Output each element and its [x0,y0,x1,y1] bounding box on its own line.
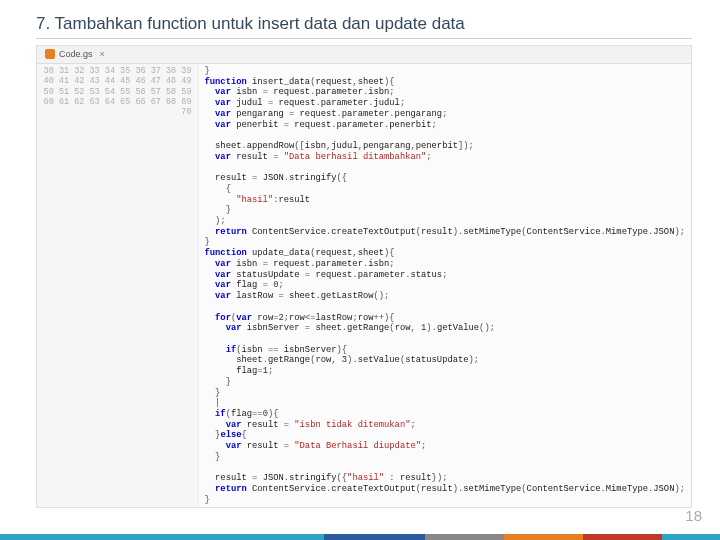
tab-filename[interactable]: Code.gs [59,49,93,60]
slide-heading: 7. Tambahkan function untuk insert data … [36,14,692,39]
code-editor: Code.gs × 30 31 32 33 34 35 36 37 38 39 … [36,45,692,508]
editor-tab-bar: Code.gs × [37,46,691,64]
apps-script-icon [45,49,55,59]
footer-stripe [0,534,720,540]
code-area[interactable]: } function insert_data(request,sheet){ v… [199,64,691,507]
page-number: 18 [685,507,702,524]
close-icon[interactable]: × [100,49,105,60]
line-number-gutter: 30 31 32 33 34 35 36 37 38 39 40 41 42 4… [37,64,199,507]
